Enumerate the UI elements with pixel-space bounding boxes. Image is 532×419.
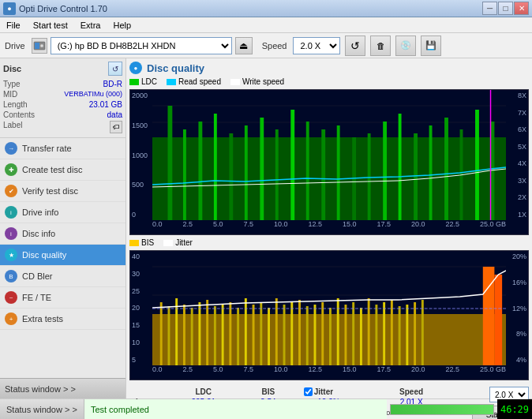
disc-info-icon: i [5, 227, 17, 240]
lower-y-20: 20 [132, 304, 151, 312]
svg-rect-13 [245, 125, 248, 220]
disc-mid-key: MID [3, 90, 17, 99]
legend-write-speed: Write speed [230, 77, 284, 86]
cd-bler-icon: B [5, 270, 17, 282]
lower-y-5: 5 [132, 356, 151, 364]
sidebar-item-verify-test-disc[interactable]: ✔ Verify test disc [0, 181, 126, 202]
main-area: Disc ↺ Type BD-R MID VERBATIMu (000) Len… [0, 58, 532, 398]
upper-x-axis: 0.0 2.5 5.0 7.5 10.0 12.5 15.0 17.5 20.0… [152, 220, 506, 234]
svg-rect-23 [399, 114, 402, 220]
progress-container [387, 399, 497, 419]
sidebar-item-create-test-disc[interactable]: ✚ Create test disc [0, 159, 126, 181]
menu-help[interactable]: Help [110, 20, 134, 31]
time-display: 46:29 [497, 399, 532, 419]
disc-mid-val: VERBATIMu (000) [64, 90, 122, 99]
drive-select[interactable]: (G:) hp BD B DH8B2LH XHDN [51, 37, 232, 54]
svg-rect-48 [253, 305, 255, 365]
disc-label-key: Label [3, 121, 22, 133]
upper-chart: 2000 1500 1000 500 0 8X 7X 6X 5X 4X 3X 2… [129, 89, 529, 235]
x-label-200: 20.0 [411, 220, 425, 234]
lower-x-axis: 0.0 2.5 5.0 7.5 10.0 12.5 15.0 17.5 20.0… [152, 365, 506, 380]
lower-chart: 40 30 25 20 15 10 5 20% 16% 12% 8% 4% [129, 250, 529, 380]
status-text: Test completed [84, 399, 387, 419]
lower-y-right-20: 20% [506, 253, 526, 260]
svg-rect-9 [183, 129, 186, 220]
lower-x-00: 0.0 [152, 365, 163, 380]
titlebar-controls: ─ □ ✕ [482, 2, 529, 15]
disc-contents-val: data [107, 110, 122, 119]
upper-chart-plot [152, 90, 506, 220]
svg-rect-11 [214, 114, 217, 220]
svg-rect-55 [306, 306, 309, 365]
legend-ldc: LDC [129, 77, 157, 86]
app-title: Opti Drive Control 1.70 [19, 4, 107, 13]
lower-x-150: 15.0 [343, 365, 357, 380]
sidebar-item-cd-bler[interactable]: B CD Bler [0, 266, 126, 287]
menu-file[interactable]: File [3, 20, 24, 31]
legend-read-speed: Read speed [167, 77, 221, 86]
stats-col-label [129, 387, 170, 397]
svg-rect-56 [314, 305, 317, 365]
svg-rect-1 [35, 43, 39, 49]
maximize-button[interactable]: □ [498, 2, 513, 15]
svg-rect-67 [399, 306, 401, 365]
svg-rect-39 [183, 305, 185, 365]
disc-label-icon-button[interactable]: 🏷 [110, 121, 122, 133]
eject-button[interactable]: ⏏ [235, 37, 253, 54]
stats-col-ldc: LDC [170, 387, 238, 397]
left-panel: Disc ↺ Type BD-R MID VERBATIMu (000) Len… [0, 58, 126, 398]
svg-rect-43 [214, 306, 216, 365]
lower-x-200: 20.0 [411, 365, 425, 380]
y-right-2x: 2X [508, 193, 526, 201]
disc-quality-title: Disc quality [147, 62, 204, 74]
minimize-button[interactable]: ─ [482, 2, 497, 15]
titlebar-left: ● Opti Drive Control 1.70 [3, 2, 107, 15]
disc-row-contents: Contents data [3, 110, 122, 120]
lower-chart-legend: BIS Jitter [129, 238, 529, 247]
svg-rect-25 [429, 125, 433, 220]
close-button[interactable]: ✕ [514, 2, 529, 15]
status-window-button[interactable]: Status window > > [0, 378, 126, 398]
sidebar-item-drive-info[interactable]: i Drive info [0, 202, 126, 223]
erase-button[interactable]: 🗑 [370, 36, 391, 56]
speed-select[interactable]: 2.0 X [293, 37, 340, 54]
menubar: File Start test Extra Help [0, 17, 532, 33]
svg-rect-26 [444, 118, 448, 220]
extra-tests-label: Extra tests [22, 314, 63, 324]
sidebar-item-disc-quality[interactable]: ★ Disc quality [0, 245, 126, 266]
upper-y-left-axis: 2000 1500 1000 500 0 [130, 90, 154, 220]
svg-rect-46 [237, 308, 239, 365]
disc-row-label: Label 🏷 [3, 120, 122, 134]
svg-rect-58 [329, 308, 332, 365]
y-right-5x: 5X [508, 143, 526, 151]
disc-quality-header: ● Disc quality [129, 62, 529, 74]
write-speed-legend-label: Write speed [242, 77, 284, 86]
sidebar-item-disc-info[interactable]: i Disc info [0, 223, 126, 245]
titlebar: ● Opti Drive Control 1.70 ─ □ ✕ [0, 0, 532, 17]
lower-y-right-12: 12% [506, 305, 526, 312]
sidebar-item-extra-tests[interactable]: + Extra tests [0, 309, 126, 330]
svg-rect-19 [337, 125, 340, 220]
refresh-button[interactable]: ↺ [345, 36, 365, 56]
sidebar-item-transfer-rate[interactable]: → Transfer rate [0, 138, 126, 159]
legend-jitter: Jitter [163, 238, 193, 247]
y-right-4x: 4X [508, 159, 526, 167]
jitter-checkbox[interactable] [304, 387, 313, 396]
svg-rect-53 [290, 302, 293, 365]
status-window-bottom-button[interactable]: Status window > > [0, 399, 84, 419]
transfer-rate-label: Transfer rate [22, 144, 72, 153]
x-label-250: 25.0 GB [480, 220, 506, 234]
sidebar-item-fe-te[interactable]: ~ FE / TE [0, 287, 126, 309]
svg-rect-60 [344, 305, 347, 365]
disc-section-label: Disc [3, 64, 21, 73]
burn-button[interactable]: 💿 [395, 36, 416, 56]
menu-extra[interactable]: Extra [77, 20, 104, 31]
disc-refresh-button[interactable]: ↺ [108, 62, 122, 76]
disc-quality-section-icon: ● [129, 62, 142, 74]
svg-rect-61 [352, 302, 354, 365]
drive-icon [32, 38, 47, 54]
save-button[interactable]: 💾 [421, 36, 441, 56]
app-icon: ● [3, 2, 16, 15]
jitter-col-label: Jitter [314, 387, 333, 396]
menu-start-test[interactable]: Start test [30, 20, 71, 31]
